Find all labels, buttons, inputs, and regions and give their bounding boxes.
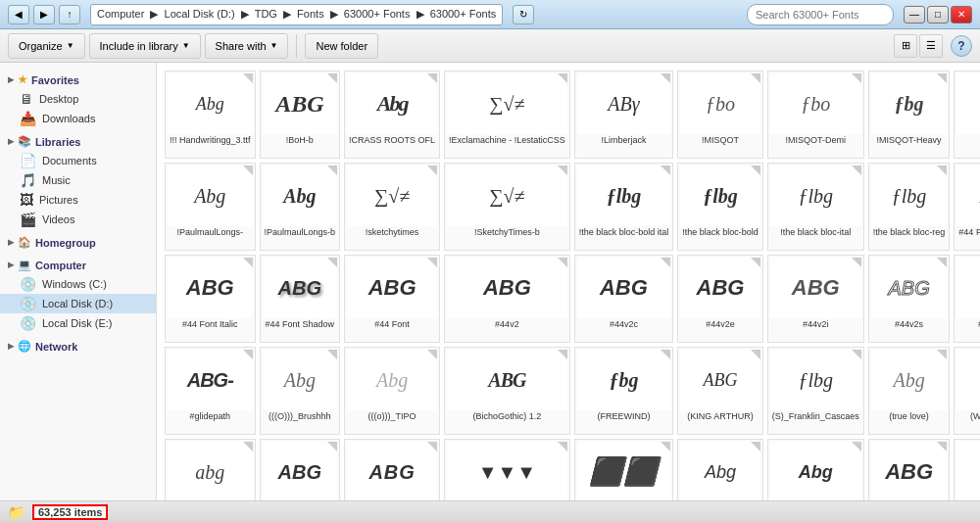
font-preview: ƒbg — [871, 73, 948, 134]
search-input[interactable] — [747, 4, 894, 25]
content-area[interactable]: Abg !!! Handwritingg_3.ttf ABG !BoH-b Ab… — [157, 63, 980, 500]
organize-button[interactable]: Organize ▼ — [8, 33, 85, 59]
drive-c-icon: 💿 — [20, 276, 36, 292]
font-preview: ƒbg — [577, 350, 671, 410]
font-preview: Abg — [263, 166, 338, 226]
list-item[interactable]: ƒlbg !the black bloc-bold ital — [574, 163, 674, 251]
sidebar-header-homegroup[interactable]: ▶ 🏠 Homegroup — [0, 233, 156, 252]
sidebar-header-libraries[interactable]: ▶ 📚 Libraries — [0, 132, 156, 151]
sidebar-item-videos[interactable]: 🎬 Videos — [0, 210, 156, 229]
list-item[interactable]: ABG #44v2e — [677, 255, 763, 343]
list-item[interactable]: ABG- #glidepath — [165, 347, 256, 435]
list-item[interactable]: ƒlbg !the black bloc-bold — [677, 163, 763, 251]
list-item[interactable]: ∑√≠ !SketchyTimes-b — [444, 163, 570, 251]
maximize-button[interactable]: □ — [927, 6, 949, 24]
font-preview: ABG — [871, 258, 948, 318]
view-large-icon[interactable]: ⊞ — [894, 34, 917, 58]
list-item[interactable]: ABG (BichoGothic) 1.2 — [444, 347, 570, 435]
list-item[interactable]: ABG !BoH-b — [260, 71, 341, 159]
list-item[interactable]: Abg (((O)))_Brushhh — [260, 347, 341, 435]
list-item[interactable]: ƒlbg !the black bloc-ital — [767, 163, 864, 251]
list-item[interactable]: ABG #44v2i — [767, 255, 864, 343]
list-item[interactable]: ƒlbg (S)_Franklin_Cascaes — [767, 347, 864, 435]
sidebar-item-music[interactable]: 🎵 Music — [0, 170, 156, 190]
include-library-button[interactable]: Include in library ▼ — [89, 33, 201, 59]
font-glyph: ƒbg — [609, 370, 638, 390]
list-item[interactable]: ABG #44 Font Condensed — [954, 163, 980, 251]
list-item[interactable]: Abg Abg6 — [677, 439, 763, 500]
view-list-icon[interactable]: ☰ — [919, 34, 943, 58]
back-button[interactable]: ◀ — [8, 5, 29, 24]
sidebar-item-local-e-label: Local Disk (E:) — [42, 317, 113, 329]
list-item[interactable]: ABγ !Limberjack — [574, 71, 674, 159]
list-item[interactable]: ABG #44 Font Shadow — [260, 255, 341, 343]
list-item[interactable]: ABG (KING ARTHUR) — [677, 347, 763, 435]
font-grid: Abg !!! Handwritingg_3.ttf ABG !BoH-b Ab… — [165, 71, 972, 500]
sidebar-item-local-e[interactable]: 💿 Local Disk (E:) — [0, 313, 156, 333]
list-item[interactable]: Abg !PaulMaul — [954, 71, 980, 159]
list-item[interactable]: ∑√≠ !sketchytimes — [344, 163, 440, 251]
list-item[interactable]: abg abg1 — [165, 439, 256, 500]
font-preview: ▼▼▼ — [447, 442, 567, 500]
sidebar-item-local-d[interactable]: 💿 Local Disk (D:) — [0, 294, 156, 313]
list-item[interactable]: ƒlbg !the black bloc-reg — [868, 163, 951, 251]
list-item[interactable]: ABG #44v2c — [574, 255, 674, 343]
list-item[interactable]: Abg (Way Gardens) — [954, 347, 980, 435]
up-button[interactable]: ↑ — [59, 5, 80, 24]
network-triangle-icon: ▶ — [8, 342, 14, 351]
share-with-button[interactable]: Share with ▼ — [205, 33, 289, 59]
sidebar-item-pictures[interactable]: 🖼 Pictures — [0, 190, 156, 210]
help-button[interactable]: ? — [951, 35, 972, 57]
sidebar-header-network[interactable]: ▶ 🌐 Network — [0, 337, 156, 356]
font-preview: ABG — [447, 350, 567, 410]
list-item[interactable]: ABG #44v2s — [868, 255, 951, 343]
sidebar: ▶ ★ Favorites 🖥 Desktop 📥 Downloads ▶ 📚 … — [0, 63, 157, 500]
list-item[interactable]: ABG #44 Font Italic — [165, 255, 256, 343]
list-item[interactable]: ▼▼▼ VVV — [444, 439, 570, 500]
list-item[interactable]: ∑√≠ !Exclamachine - !LestaticCSS — [444, 71, 570, 159]
list-item[interactable]: Abg !CRASS ROOTS OFL — [344, 71, 440, 159]
list-item[interactable]: ABG ABG2 — [260, 439, 341, 500]
include-arrow-icon: ▼ — [182, 41, 190, 50]
list-item[interactable]: Abg Abg7 — [767, 439, 864, 500]
list-item[interactable]: Abg (true love) — [868, 347, 951, 435]
sidebar-item-downloads-label: Downloads — [42, 113, 95, 124]
music-icon: 🎵 — [20, 172, 36, 188]
font-preview: ABγ — [577, 73, 671, 134]
list-item[interactable]: Abg !PaulmaulLongs- — [165, 163, 256, 251]
forward-button[interactable]: ▶ — [33, 5, 55, 24]
list-item[interactable]: Abg (((o)))_TIPO — [344, 347, 440, 435]
list-item[interactable]: ABG ABG8 — [868, 439, 951, 500]
address-bar[interactable]: Computer ▶ Local Disk (D:) ▶ TDG ▶ Fonts… — [90, 4, 503, 25]
new-folder-button[interactable]: New folder — [305, 33, 378, 59]
sidebar-item-documents[interactable]: 📄 Documents — [0, 151, 156, 170]
font-glyph: ▼▼▼ — [478, 462, 536, 482]
address-path: Computer ▶ Local Disk (D:) ▶ TDG ▶ Fonts… — [97, 8, 496, 21]
list-item[interactable]: ∑√≠ math1 — [954, 439, 980, 500]
sidebar-item-windows-c[interactable]: 💿 Windows (C:) — [0, 274, 156, 294]
sidebar-item-desktop[interactable]: 🖥 Desktop — [0, 89, 156, 109]
font-preview: ABG — [770, 258, 861, 318]
font-filename: (BichoGothic) 1.2 — [447, 410, 567, 423]
list-item[interactable]: ⬛⬛ blob — [574, 439, 674, 500]
list-item[interactable]: ƒbo !MISQOT-Demi — [767, 71, 864, 159]
list-item[interactable]: ABG ABG3 — [344, 439, 440, 500]
sidebar-item-downloads[interactable]: 📥 Downloads — [0, 109, 156, 128]
list-item[interactable]: ƒbo !MISQOT — [677, 71, 763, 159]
list-item[interactable]: ƒbg (FREEWIND) — [574, 347, 674, 435]
sidebar-header-favorites[interactable]: ▶ ★ Favorites — [0, 71, 156, 89]
sidebar-header-computer[interactable]: ▶ 💻 Computer — [0, 256, 156, 274]
list-item[interactable]: Abg !!! Handwritingg_3.ttf — [165, 71, 256, 159]
list-item[interactable]: 🐾🐾 #bearfaced — [954, 255, 980, 343]
minimize-button[interactable]: — — [904, 6, 925, 24]
list-item[interactable]: ABG #44v2 — [444, 255, 570, 343]
refresh-button[interactable]: ↻ — [513, 5, 534, 24]
downloads-folder-icon: 📥 — [20, 111, 36, 126]
font-glyph: ABG — [488, 370, 525, 390]
list-item[interactable]: Abg !PaulmaulLongs-b — [260, 163, 341, 251]
list-item[interactable]: ƒbg !MISQOT-Heavy — [868, 71, 951, 159]
close-button[interactable]: ✕ — [951, 6, 972, 24]
font-filename: !!! Handwritingg_3.ttf — [168, 134, 253, 147]
list-item[interactable]: ABG #44 Font — [344, 255, 440, 343]
font-preview: ABG — [447, 258, 567, 318]
